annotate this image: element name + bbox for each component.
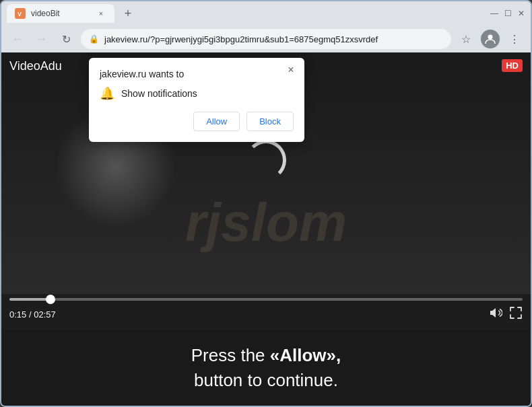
reload-button[interactable]: ↻: [57, 30, 75, 48]
browser-window: V videoBit × + — ☐ ✕ ← → ↻ 🔒 jakeview.ru…: [0, 0, 532, 407]
controls-right: [489, 306, 523, 323]
video-top: VideoAdu HD rjslom × jakeview.ru wants t…: [1, 52, 531, 294]
bookmark-button[interactable]: ☆: [457, 30, 475, 48]
progress-thumb[interactable]: [46, 295, 55, 304]
fullscreen-icon[interactable]: [509, 306, 523, 323]
volume-icon[interactable]: [489, 306, 502, 323]
window-controls: — ☐ ✕: [490, 9, 525, 17]
maximize-button[interactable]: ☐: [504, 9, 512, 17]
nav-bar: ← → ↻ 🔒 jakeview.ru/?p=gjrwenjygi5gi3bpg…: [1, 26, 531, 52]
bottom-text-line1-bold: «Allow»,: [270, 345, 341, 365]
allow-button[interactable]: Allow: [193, 112, 240, 131]
bottom-text-line1-plain: Press the: [191, 345, 270, 365]
popup-permission-row: 🔔 Show notifications: [100, 86, 294, 101]
total-time: 02:57: [34, 309, 56, 320]
time-display: 0:15 / 02:57: [9, 309, 56, 320]
address-bar[interactable]: 🔒 jakeview.ru/?p=gjrwenjygi5gi3bpgu2timr…: [81, 29, 451, 49]
bottom-text: Press the «Allow», button to continue.: [15, 343, 517, 392]
address-text: jakeview.ru/?p=gjrwenjygi5gi3bpgu2timru&…: [104, 34, 443, 44]
notification-popup: × jakeview.ru wants to 🔔 Show notificati…: [89, 58, 304, 142]
video-controls: 0:15 / 02:57: [1, 294, 531, 330]
video-container: VideoAdu HD rjslom × jakeview.ru wants t…: [1, 52, 531, 406]
svg-point-2: [488, 35, 493, 40]
title-bar: V videoBit × + — ☐ ✕: [1, 1, 531, 26]
watermark: rjslom: [185, 192, 347, 254]
tab-favicon: V: [15, 8, 26, 19]
popup-close-button[interactable]: ×: [284, 63, 298, 77]
current-time: 0:15: [9, 309, 26, 320]
tab-close-button[interactable]: ×: [96, 8, 106, 19]
browser-tab[interactable]: V videoBit ×: [7, 4, 114, 23]
minimize-button[interactable]: —: [490, 9, 498, 17]
forward-button[interactable]: →: [32, 30, 51, 48]
controls-row: 0:15 / 02:57: [9, 306, 523, 323]
controls-left: 0:15 / 02:57: [9, 309, 56, 320]
svg-text:V: V: [18, 11, 22, 17]
progress-fill: [9, 298, 51, 301]
popup-title: jakeview.ru wants to: [100, 69, 294, 79]
bottom-message: Press the «Allow», button to continue.: [1, 330, 531, 406]
lock-icon: 🔒: [89, 34, 99, 44]
loading-spinner: [246, 140, 286, 180]
permission-text: Show notifications: [121, 88, 197, 99]
bell-icon: 🔔: [100, 86, 114, 101]
tab-title: videoBit: [31, 9, 90, 18]
page-content: VideoAdu HD rjslom × jakeview.ru wants t…: [1, 52, 531, 406]
profile-button[interactable]: [481, 30, 500, 48]
hd-badge: HD: [502, 59, 523, 72]
back-button[interactable]: ←: [8, 30, 27, 48]
close-button[interactable]: ✕: [517, 9, 525, 17]
block-button[interactable]: Block: [246, 112, 294, 131]
popup-buttons: Allow Block: [100, 112, 294, 131]
progress-bar[interactable]: [9, 298, 523, 301]
bottom-text-line2: button to continue.: [194, 370, 338, 390]
menu-button[interactable]: ⋮: [505, 30, 524, 48]
video-title-label: VideoAdu: [9, 59, 62, 73]
new-tab-button[interactable]: +: [119, 4, 137, 23]
